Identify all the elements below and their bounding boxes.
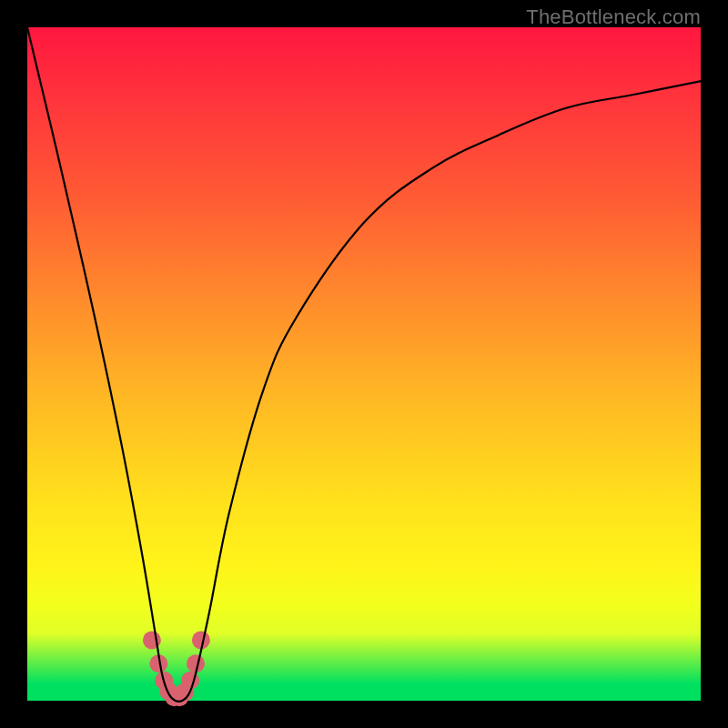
marker-dot	[181, 672, 199, 690]
watermark-label: TheBottleneck.com	[526, 5, 701, 29]
curve-path	[27, 27, 701, 702]
plot-area	[27, 27, 701, 701]
chart-frame: TheBottleneck.com	[0, 0, 728, 728]
chart-svg	[27, 27, 701, 701]
marker-group	[143, 631, 210, 706]
